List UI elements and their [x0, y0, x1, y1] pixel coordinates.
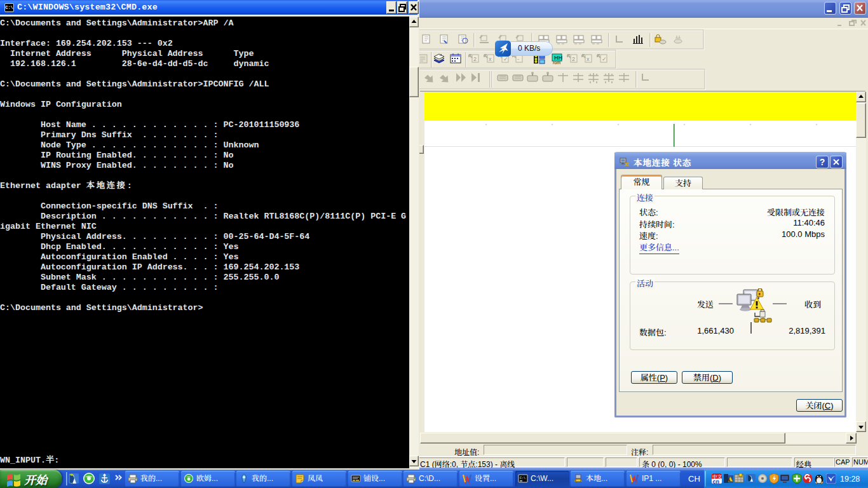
svg-text:rom: rom — [553, 60, 560, 65]
svg-text:2: 2 — [572, 56, 575, 62]
svg-text:x: x — [489, 56, 492, 62]
svg-text:-: - — [517, 56, 519, 62]
svg-text:A: A — [727, 477, 731, 483]
svg-text:cn: cn — [713, 478, 720, 484]
svg-text:✓: ✓ — [602, 56, 607, 62]
svg-text:C:\: C:\ — [520, 477, 526, 480]
svg-text:✓: ✓ — [503, 56, 508, 62]
svg-text:2: 2 — [473, 56, 477, 62]
svg-text:x: x — [587, 56, 590, 62]
